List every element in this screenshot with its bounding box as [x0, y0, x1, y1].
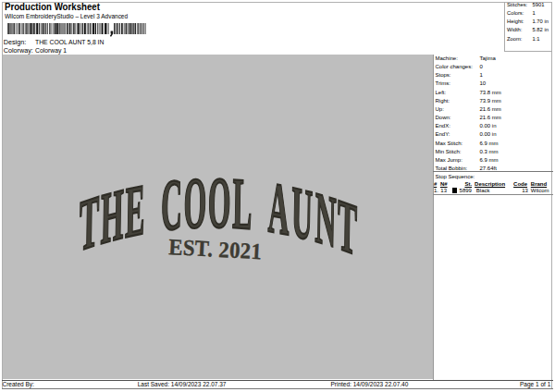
svg-text:O: O	[207, 161, 231, 242]
svg-text:T: T	[337, 183, 357, 271]
svg-text:EST. 2021: EST. 2021	[168, 234, 263, 263]
svg-text:H: H	[100, 172, 124, 259]
svg-text:O: O	[183, 161, 207, 243]
svg-text:U: U	[291, 169, 314, 255]
svg-text:E: E	[125, 167, 146, 252]
svg-text:A: A	[267, 165, 290, 251]
svg-text:L: L	[232, 162, 253, 245]
svg-text:N: N	[314, 176, 337, 263]
svg-text:T: T	[79, 178, 100, 265]
